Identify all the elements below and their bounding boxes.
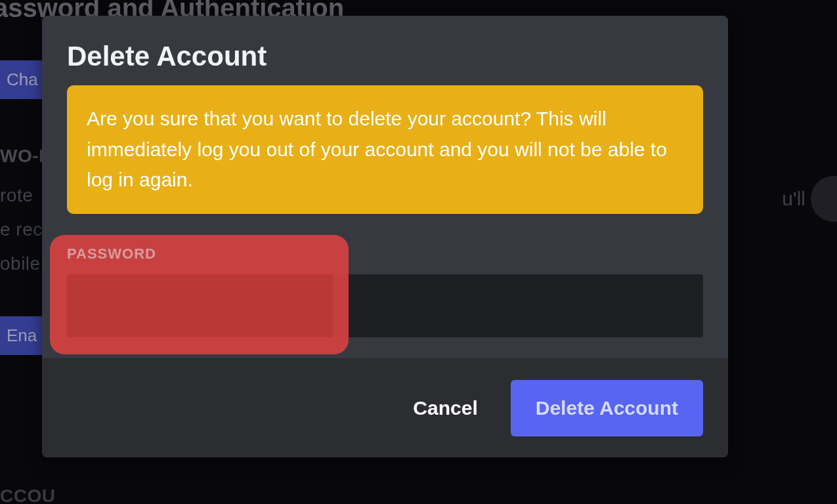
cancel-button[interactable]: Cancel: [404, 390, 486, 426]
warning-message: Are you sure that you want to delete you…: [67, 85, 703, 214]
password-input[interactable]: [67, 274, 703, 337]
password-label: PASSWORD: [67, 245, 703, 262]
delete-account-modal: Delete Account Are you sure that you wan…: [42, 16, 728, 457]
modal-title: Delete Account: [67, 41, 703, 72]
password-section: PASSWORD PASSWORD: [67, 245, 703, 337]
modal-body: Are you sure that you want to delete you…: [42, 85, 728, 358]
modal-header: Delete Account: [42, 16, 728, 85]
delete-button[interactable]: Delete Account: [511, 380, 703, 436]
modal-footer: Cancel Delete Account: [42, 358, 728, 457]
